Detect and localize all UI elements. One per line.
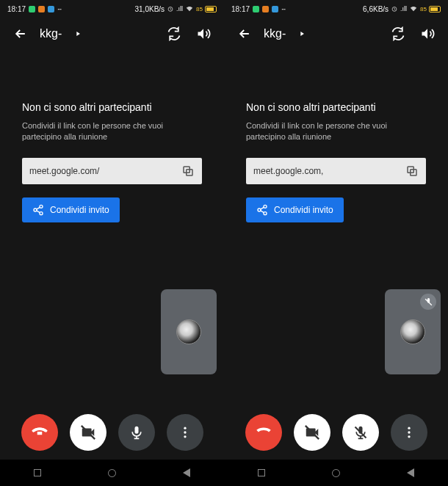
alarm-icon xyxy=(391,5,398,12)
nav-bar xyxy=(224,460,448,486)
play-icon xyxy=(74,30,82,37)
svg-point-3 xyxy=(40,205,43,208)
volume-icon xyxy=(196,26,211,41)
mic-off-icon xyxy=(424,297,433,307)
mic-off-icon xyxy=(353,425,368,440)
volume-button[interactable] xyxy=(193,23,214,44)
volume-icon xyxy=(420,26,435,41)
pip-mute-badge xyxy=(420,294,436,310)
svg-point-5 xyxy=(40,211,43,214)
share-instructions: Condividi il link con le persone che vuo… xyxy=(22,120,202,143)
meeting-code: kkg- xyxy=(264,27,286,40)
more-options-button[interactable] xyxy=(167,414,203,451)
meeting-link-box: meet.google.com, xyxy=(246,158,426,184)
expand-button[interactable] xyxy=(292,23,312,44)
more-icon xyxy=(402,425,416,440)
switch-camera-button[interactable] xyxy=(164,23,184,44)
nav-recents[interactable] xyxy=(31,466,44,479)
svg-point-21 xyxy=(408,435,410,438)
nav-home[interactable] xyxy=(329,466,342,479)
screen-right: 18:17 ··· 6,6KB/s .ıll 85 kkg- xyxy=(224,0,448,486)
camera-off-icon xyxy=(80,424,96,440)
copy-link-button[interactable] xyxy=(181,164,195,178)
notification-icon xyxy=(272,6,278,12)
svg-point-15 xyxy=(264,211,267,214)
mic-toggle-button[interactable] xyxy=(118,414,155,451)
share-icon xyxy=(32,204,44,216)
nav-bar xyxy=(0,460,224,486)
share-invite-label: Condividi invito xyxy=(274,205,333,215)
whatsapp-icon xyxy=(253,6,259,12)
share-icon xyxy=(256,204,268,216)
back-button[interactable] xyxy=(234,23,255,44)
alarm-icon xyxy=(167,5,174,12)
copy-icon xyxy=(405,164,419,178)
back-icon xyxy=(13,26,28,41)
share-invite-button[interactable]: Condividi invito xyxy=(246,197,344,222)
camera-toggle-button[interactable] xyxy=(294,414,330,451)
wifi-icon xyxy=(185,5,194,12)
avatar xyxy=(400,319,425,344)
switch-camera-icon xyxy=(391,26,405,41)
meeting-link: meet.google.com/ xyxy=(29,166,181,176)
copy-icon xyxy=(181,164,195,178)
svg-point-4 xyxy=(34,208,37,211)
no-participants-heading: Non ci sono altri partecipanti xyxy=(246,101,426,113)
nav-recents[interactable] xyxy=(255,466,268,479)
hangup-icon xyxy=(30,423,49,442)
back-button[interactable] xyxy=(10,23,31,44)
call-controls xyxy=(224,414,448,451)
app-bar: kkg- xyxy=(224,18,448,50)
status-time: 18:17 xyxy=(231,5,250,13)
more-icon xyxy=(178,425,192,440)
mic-toggle-button[interactable] xyxy=(342,414,379,451)
camera-toggle-button[interactable] xyxy=(70,414,106,451)
svg-point-20 xyxy=(408,431,410,433)
wifi-icon xyxy=(409,5,418,12)
share-invite-button[interactable]: Condividi invito xyxy=(22,197,120,222)
share-instructions: Condividi il link con le persone che vuo… xyxy=(246,120,426,143)
status-time: 18:17 xyxy=(7,5,26,13)
svg-point-8 xyxy=(184,431,186,433)
expand-button[interactable] xyxy=(68,23,88,44)
mic-icon xyxy=(129,425,144,440)
nav-back[interactable] xyxy=(180,466,193,479)
nav-back[interactable] xyxy=(404,466,417,479)
signal-icon: .ıll xyxy=(176,5,183,12)
copy-link-button[interactable] xyxy=(405,164,419,178)
self-video-pip[interactable] xyxy=(385,289,441,374)
battery-pct: 85 xyxy=(420,6,427,12)
camera-off-icon xyxy=(304,424,320,440)
hangup-button[interactable] xyxy=(21,414,58,451)
more-notifications-icon: ··· xyxy=(57,5,61,13)
switch-camera-icon xyxy=(167,26,181,41)
switch-camera-button[interactable] xyxy=(388,23,408,44)
battery-icon xyxy=(205,6,217,12)
call-controls xyxy=(0,414,224,451)
content: Non ci sono altri partecipanti Condividi… xyxy=(0,50,224,222)
meeting-link: meet.google.com, xyxy=(253,166,405,176)
svg-point-7 xyxy=(184,427,186,429)
nav-home[interactable] xyxy=(105,466,118,479)
more-notifications-icon: ··· xyxy=(281,5,285,13)
notification-icon xyxy=(48,6,54,12)
play-icon xyxy=(298,30,306,37)
svg-point-14 xyxy=(258,208,261,211)
share-invite-label: Condividi invito xyxy=(50,205,109,215)
svg-point-9 xyxy=(184,435,186,438)
more-options-button[interactable] xyxy=(391,414,427,451)
screen-left: 18:17 ··· 31,0KB/s .ıll 85 kkg- xyxy=(0,0,224,486)
volume-button[interactable] xyxy=(417,23,438,44)
signal-icon: .ıll xyxy=(400,5,407,12)
hangup-button[interactable] xyxy=(245,414,282,451)
status-bar: 18:17 ··· 6,6KB/s .ıll 85 xyxy=(224,0,448,18)
svg-point-13 xyxy=(264,205,267,208)
self-video-pip[interactable] xyxy=(161,289,217,374)
notification-icon xyxy=(262,6,269,12)
no-participants-heading: Non ci sono altri partecipanti xyxy=(22,101,202,113)
content: Non ci sono altri partecipanti Condividi… xyxy=(224,50,448,222)
notification-icon xyxy=(38,6,45,12)
meeting-link-box: meet.google.com/ xyxy=(22,158,202,184)
battery-pct: 85 xyxy=(196,6,203,12)
status-bar: 18:17 ··· 31,0KB/s .ıll 85 xyxy=(0,0,224,18)
